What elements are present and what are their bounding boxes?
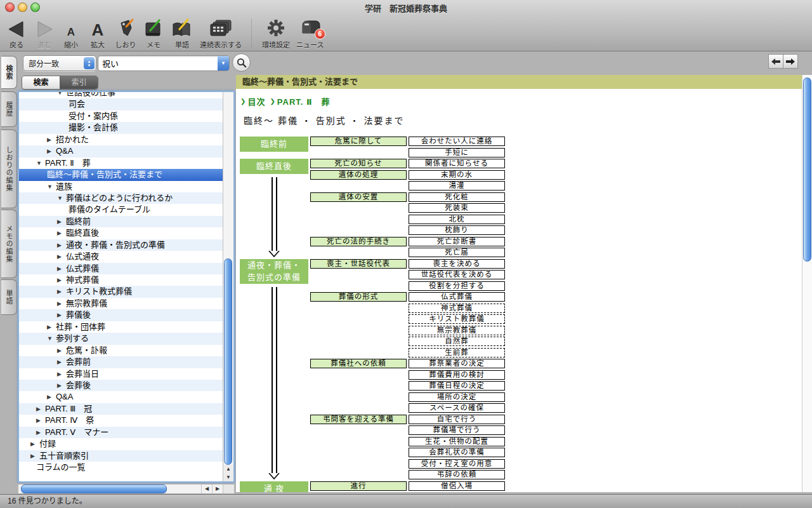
scroll-up-button[interactable]: ▲ bbox=[223, 465, 233, 473]
flow-item[interactable]: 神式葬儀 bbox=[409, 304, 505, 313]
tree-item[interactable]: ▶無宗教葬儀 bbox=[19, 298, 223, 309]
disclosure-open-icon[interactable]: ▼ bbox=[47, 181, 56, 192]
toolbar-button-word[interactable]: 単語 bbox=[171, 15, 193, 50]
flow-item[interactable]: 死装束 bbox=[409, 203, 505, 213]
tree-item[interactable]: 受付・案内係 bbox=[19, 110, 223, 122]
disclosure-open-icon[interactable]: ▼ bbox=[47, 333, 56, 344]
search-history-dropdown[interactable]: ▼ bbox=[218, 56, 229, 70]
toolbar-button-zoom-in[interactable]: A拡大 bbox=[87, 15, 108, 50]
flow-step-label[interactable]: 葬儀社への依頼 bbox=[310, 359, 407, 368]
tree-item[interactable]: ▶葬儀後 bbox=[19, 309, 223, 321]
toolbar-button-news[interactable]: 6ニュース bbox=[296, 15, 324, 50]
flow-item[interactable]: 場所の決定 bbox=[409, 392, 505, 402]
tree-item[interactable]: ▼葬儀はどのように行われるか bbox=[19, 192, 223, 204]
disclosure-closed-icon[interactable]: ▶ bbox=[36, 415, 45, 426]
flow-step-label[interactable]: 死亡の法的手続き bbox=[310, 237, 407, 246]
flow-step-label[interactable]: 遺体の安置 bbox=[310, 192, 407, 202]
tree-item[interactable]: ▶仏式通夜 bbox=[19, 251, 223, 262]
disclosure-closed-icon[interactable]: ▶ bbox=[57, 216, 66, 227]
flow-item[interactable]: 枕飾り bbox=[409, 225, 505, 235]
prev-page-button[interactable] bbox=[768, 54, 783, 69]
disclosure-closed-icon[interactable]: ▶ bbox=[30, 450, 39, 462]
flow-item[interactable]: 湯灌 bbox=[409, 181, 505, 190]
tree-item[interactable]: 葬儀のタイムテーブル bbox=[19, 204, 223, 215]
tree-item[interactable]: ▶仏式葬儀 bbox=[19, 263, 223, 274]
toolbar-button-bookmark[interactable]: しおり bbox=[115, 15, 136, 50]
tree-item[interactable]: ▼PART. Ⅱ 葬 bbox=[19, 157, 223, 169]
disclosure-closed-icon[interactable]: ▶ bbox=[36, 427, 45, 438]
flow-item[interactable]: 葬祭業者の決定 bbox=[409, 359, 505, 368]
disclosure-closed-icon[interactable]: ▶ bbox=[57, 239, 66, 251]
scroll-right-button[interactable]: ▶ bbox=[212, 485, 223, 493]
disclosure-closed-icon[interactable]: ▶ bbox=[57, 263, 66, 274]
sidebar-horizontal-scrollbar[interactable]: ◀ ▶ bbox=[18, 484, 235, 494]
search-button[interactable] bbox=[232, 53, 251, 72]
flow-step-label[interactable]: 喪主・世話役代表 bbox=[310, 259, 407, 269]
tree-item[interactable]: ▶通夜・葬儀・告別式の準備 bbox=[19, 239, 223, 251]
sidebar-vscroll-thumb[interactable] bbox=[224, 258, 232, 465]
breadcrumb-link[interactable]: 目次 bbox=[247, 95, 265, 107]
tree-item[interactable]: ▶神式葬儀 bbox=[19, 274, 223, 286]
toolbar-button-zoom-out[interactable]: A縮小 bbox=[62, 15, 81, 50]
side-tab-検索[interactable]: 検索 bbox=[1, 56, 17, 89]
disclosure-closed-icon[interactable]: ▶ bbox=[57, 345, 66, 356]
side-tab-単語[interactable]: 単語 bbox=[1, 279, 17, 315]
tree-item[interactable]: ▼世話役の仕事 bbox=[19, 92, 223, 98]
tree-item[interactable]: ▶社葬・団体葬 bbox=[19, 321, 223, 333]
tree-item[interactable]: コラムの一覧 bbox=[19, 462, 223, 473]
disclosure-closed-icon[interactable]: ▶ bbox=[57, 298, 66, 309]
tree-item[interactable]: ▶五十音順索引 bbox=[19, 450, 223, 462]
tree-item[interactable]: 司会 bbox=[19, 98, 223, 110]
disclosure-closed-icon[interactable]: ▶ bbox=[47, 391, 56, 403]
disclosure-closed-icon[interactable]: ▶ bbox=[57, 251, 66, 262]
tree-item[interactable]: ▼遺族 bbox=[19, 181, 223, 192]
tree-item[interactable]: ▶Q&A bbox=[19, 391, 223, 403]
segment-検索[interactable]: 検索 bbox=[22, 76, 60, 89]
tree-item[interactable]: ▶会葬前 bbox=[19, 356, 223, 368]
side-tab-しおりの編集[interactable]: しおりの編集 bbox=[1, 130, 17, 208]
tree-item[interactable]: ▶危篤・訃報 bbox=[19, 345, 223, 356]
tree-item[interactable]: ▶臨終直後 bbox=[19, 227, 223, 239]
disclosure-open-icon[interactable]: ▼ bbox=[57, 92, 66, 98]
flow-item[interactable]: 喪主を決める bbox=[409, 259, 505, 269]
breadcrumb-link[interactable]: PART. Ⅱ 葬 bbox=[277, 95, 331, 107]
disclosure-closed-icon[interactable]: ▶ bbox=[57, 227, 66, 239]
disclosure-closed-icon[interactable]: ▶ bbox=[57, 309, 66, 321]
content-vscroll-thumb[interactable] bbox=[803, 77, 811, 262]
flow-item[interactable]: 関係者に知らせる bbox=[409, 159, 505, 168]
flow-item[interactable]: 死化粧 bbox=[409, 192, 505, 202]
tree-item[interactable]: ▼参列する bbox=[19, 333, 223, 344]
flow-item[interactable]: 会葬礼状の準備 bbox=[409, 448, 505, 457]
flow-item[interactable]: 死亡届 bbox=[409, 248, 505, 257]
disclosure-open-icon[interactable]: ▼ bbox=[36, 157, 45, 169]
search-input[interactable] bbox=[98, 56, 218, 70]
flow-item[interactable]: 葬儀費用の検討 bbox=[409, 370, 505, 380]
scroll-left-button[interactable]: ◀ bbox=[201, 485, 212, 493]
toolbar-button-continuous[interactable]: 連続表示する bbox=[200, 15, 242, 50]
flow-item[interactable]: 生前葬 bbox=[409, 348, 505, 358]
disclosure-closed-icon[interactable]: ▶ bbox=[47, 145, 56, 157]
scroll-down-button[interactable]: ▼ bbox=[223, 473, 233, 481]
flow-item[interactable]: 会わせたい人に連絡 bbox=[409, 137, 505, 146]
flow-item[interactable]: スペースの確保 bbox=[409, 403, 505, 413]
tree-item[interactable]: ▶Q&A bbox=[19, 145, 223, 157]
next-page-button[interactable] bbox=[783, 54, 798, 69]
flow-item[interactable]: 世話役代表を決める bbox=[409, 270, 505, 279]
disclosure-closed-icon[interactable]: ▶ bbox=[57, 380, 66, 391]
toolbar-button-settings[interactable]: 環境設定 bbox=[262, 15, 290, 50]
sidebar-hscroll-thumb[interactable] bbox=[21, 485, 167, 493]
disclosure-closed-icon[interactable]: ▶ bbox=[57, 356, 66, 368]
tree-item[interactable]: ▶臨終前 bbox=[19, 216, 223, 227]
flow-step-label[interactable]: 危篤に際して bbox=[310, 137, 407, 146]
flow-item[interactable]: 生花・供物の配置 bbox=[409, 437, 505, 446]
tree-item[interactable]: ▶付録 bbox=[19, 438, 223, 450]
toolbar-button-back[interactable]: 戻る bbox=[6, 15, 27, 50]
flow-step-label[interactable]: 弔問客を迎える準備 bbox=[310, 415, 407, 424]
disclosure-closed-icon[interactable]: ▶ bbox=[57, 286, 66, 297]
toolbar-button-forward[interactable]: 進む bbox=[34, 15, 55, 50]
flow-item[interactable]: 役割を分担する bbox=[409, 281, 505, 291]
flow-item[interactable]: 末期の水 bbox=[409, 170, 505, 180]
segment-索引[interactable]: 索引 bbox=[60, 76, 98, 89]
tree-item[interactable]: ▶PART. Ⅲ 冠 bbox=[19, 403, 223, 415]
side-tab-メモの編集[interactable]: メモの編集 bbox=[1, 210, 17, 278]
